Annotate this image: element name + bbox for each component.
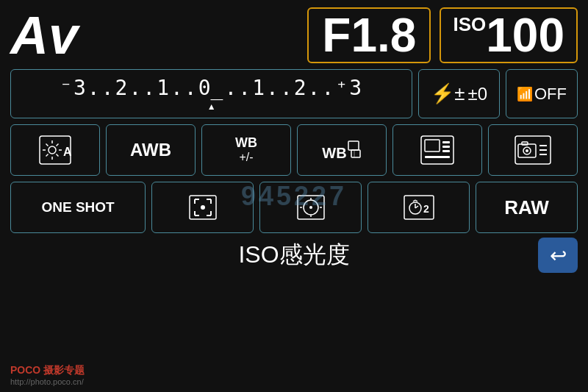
watermark: POCO 摄影专题 http://photo.poco.cn/	[10, 364, 85, 386]
ev-scale-display: ⁻3..2..1..0̲..1..2..⁺3	[20, 76, 403, 100]
wb-bracket-svg	[347, 138, 362, 162]
svg-line-7	[57, 154, 59, 157]
svg-point-32	[309, 206, 312, 209]
flash-value: ±0	[467, 84, 487, 104]
svg-line-8	[57, 144, 59, 146]
watermark-brand: POCO 摄影专题	[10, 364, 85, 377]
picture-style-box[interactable]	[392, 124, 482, 176]
wifi-label: OFF	[534, 85, 567, 104]
wb-bottom-label: +/-	[235, 151, 257, 164]
svg-line-42	[415, 200, 417, 202]
svg-line-9	[46, 154, 49, 157]
af-point-svg	[189, 195, 217, 220]
svg-rect-17	[442, 146, 450, 148]
svg-point-29	[201, 205, 205, 210]
flash-icon: ⚡±	[431, 82, 465, 105]
timer-icon: 2	[404, 195, 434, 220]
camera-function-box[interactable]	[488, 124, 578, 176]
timer-box[interactable]: 2	[368, 182, 470, 233]
wb-top-label: WB	[235, 136, 257, 151]
svg-point-24	[526, 149, 528, 152]
top-info-row: Av F1.8 ISO 100	[10, 7, 578, 63]
svg-rect-12	[351, 150, 360, 157]
svg-rect-16	[442, 141, 450, 143]
camera-menu-svg	[514, 135, 551, 165]
wifi-box[interactable]: 📶 OFF	[506, 69, 578, 118]
back-arrow-icon: ↩	[550, 243, 567, 268]
image-format-label: RAW	[504, 196, 549, 219]
iso-value: 100	[486, 12, 564, 59]
ev-scale-box[interactable]: ⁻3..2..1..0̲..1..2..⁺3 ▲	[10, 69, 412, 118]
metering-svg: A	[39, 135, 71, 165]
drive-mode-box[interactable]: ONE SHOT	[10, 182, 146, 233]
settings-row: A AWB WB +/- WB	[10, 124, 578, 176]
poco-subtitle: 摄影专题	[43, 364, 85, 376]
af-mode-box[interactable]	[259, 182, 362, 233]
back-button[interactable]: ↩	[538, 238, 578, 273]
wb-adjust-box[interactable]: WB +/-	[201, 124, 291, 176]
poco-red: POCO	[10, 364, 40, 376]
image-format-box[interactable]: RAW	[476, 182, 578, 233]
bottom-row: ISO感光度 ↩	[10, 239, 578, 271]
white-balance-box[interactable]: AWB	[106, 124, 196, 176]
svg-line-41	[413, 200, 415, 202]
svg-rect-22	[522, 142, 528, 145]
shooting-mode: Av	[10, 9, 78, 62]
wb-bracket-label: WB	[322, 145, 346, 162]
iso-label: ISO	[453, 15, 486, 34]
wifi-icon: 📶	[517, 86, 533, 102]
drive-row: ONE SHOT	[10, 182, 578, 233]
wb-bracket-icon: WB	[322, 138, 361, 162]
watermark-url: http://photo.poco.cn/	[10, 377, 85, 386]
svg-text:A: A	[63, 146, 71, 158]
aperture-display[interactable]: F1.8	[307, 7, 431, 63]
svg-text:2: 2	[423, 203, 429, 215]
wb-bracket-box[interactable]: WB	[297, 124, 387, 176]
svg-rect-18	[442, 150, 450, 152]
metering-mode-box[interactable]: A	[10, 124, 100, 176]
svg-rect-15	[425, 140, 440, 152]
camera-screen: 945227 Av F1.8 ISO 100 ⁻3..2..1..0̲..1..…	[0, 0, 588, 392]
ev-indicator: ▲	[20, 101, 403, 112]
picture-style-svg	[420, 135, 454, 165]
svg-point-1	[49, 146, 56, 154]
drive-mode-label: ONE SHOT	[41, 199, 114, 215]
svg-rect-11	[348, 141, 359, 150]
svg-rect-19	[425, 156, 450, 158]
timer-svg: 2	[404, 195, 434, 220]
svg-rect-37	[404, 196, 434, 219]
metering-icon: A	[39, 135, 71, 165]
wb-adjust-icon: WB +/-	[235, 136, 257, 163]
flash-compensation-box[interactable]: ⚡± ±0	[418, 69, 500, 118]
ev-row: ⁻3..2..1..0̲..1..2..⁺3 ▲ ⚡± ±0 📶 OFF	[10, 69, 578, 118]
iso-display[interactable]: ISO 100	[440, 7, 578, 63]
af-point-box[interactable]	[151, 182, 254, 233]
wifi-status: 📶 OFF	[517, 85, 567, 104]
awb-label: AWB	[130, 140, 171, 160]
af-mode-svg	[297, 195, 325, 220]
bottom-label: ISO感光度	[238, 239, 349, 271]
svg-line-6	[46, 144, 49, 146]
